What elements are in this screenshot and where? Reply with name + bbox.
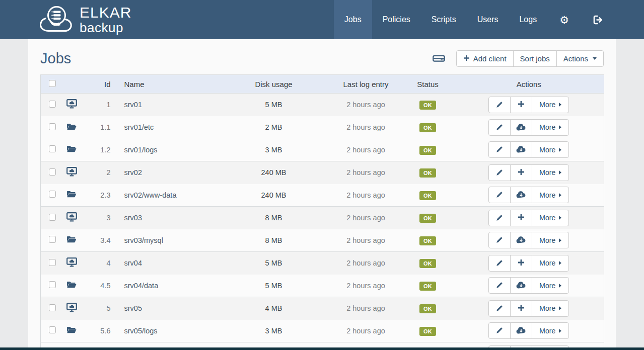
actions-dropdown-button[interactable]: Actions bbox=[556, 50, 604, 67]
job-name-link[interactable]: srv03/mysql bbox=[124, 236, 163, 244]
row-checkbox[interactable] bbox=[49, 191, 56, 198]
caret-right-icon bbox=[559, 284, 561, 288]
row-id: 5 bbox=[90, 297, 118, 320]
row-actions-group: More bbox=[488, 322, 569, 339]
more-button[interactable]: More bbox=[532, 97, 569, 113]
caret-right-icon bbox=[559, 125, 561, 129]
edit-button[interactable] bbox=[488, 164, 511, 181]
open-folder-icon bbox=[66, 124, 77, 132]
row-last-log-entry: 2 hours ago bbox=[330, 161, 402, 184]
pencil-icon bbox=[496, 214, 504, 222]
more-button[interactable]: More bbox=[532, 232, 569, 248]
job-name-link[interactable]: srv05/logs bbox=[124, 327, 158, 335]
add-client-button[interactable]: Add client bbox=[456, 50, 514, 67]
pencil-icon bbox=[496, 326, 504, 335]
brand-logo[interactable]: ELKAR backup bbox=[28, 0, 131, 39]
caret-right-icon bbox=[559, 238, 561, 242]
header-name: Name bbox=[118, 75, 218, 94]
add-job-button[interactable] bbox=[510, 255, 532, 272]
row-checkbox[interactable] bbox=[49, 145, 56, 152]
restore-button[interactable] bbox=[510, 141, 532, 158]
restore-button[interactable] bbox=[510, 119, 532, 136]
row-checkbox[interactable] bbox=[49, 236, 56, 243]
more-button[interactable]: More bbox=[532, 141, 569, 158]
row-last-log-entry: 2 hours ago bbox=[330, 116, 402, 139]
table-row: 2.3 srv02/www-data 240 MB 2 hours ago OK bbox=[41, 184, 604, 207]
edit-button[interactable] bbox=[488, 97, 511, 113]
edit-button[interactable] bbox=[488, 187, 511, 203]
status-badge: OK bbox=[419, 236, 436, 245]
row-id: 1.2 bbox=[90, 139, 118, 161]
edit-button[interactable] bbox=[488, 210, 511, 226]
edit-button[interactable] bbox=[488, 322, 511, 339]
edit-button[interactable] bbox=[488, 277, 511, 294]
caret-right-icon bbox=[559, 216, 561, 220]
edit-button[interactable] bbox=[488, 255, 511, 272]
more-button[interactable]: More bbox=[532, 322, 569, 339]
hard-drive-icon[interactable] bbox=[433, 53, 445, 64]
select-all-checkbox[interactable] bbox=[49, 80, 56, 87]
toolbar: Add client Sort jobs Actions bbox=[433, 50, 604, 67]
edit-button[interactable] bbox=[488, 119, 511, 136]
edit-button[interactable] bbox=[488, 141, 511, 158]
row-actions-group: More bbox=[488, 232, 569, 248]
pencil-icon bbox=[496, 145, 504, 154]
add-job-button[interactable] bbox=[510, 97, 532, 113]
row-checkbox[interactable] bbox=[49, 214, 56, 221]
nav-item-scripts[interactable]: Scripts bbox=[421, 0, 467, 39]
restore-button[interactable] bbox=[510, 232, 532, 248]
job-name-link[interactable]: srv04/data bbox=[124, 282, 159, 290]
more-button[interactable]: More bbox=[532, 164, 569, 181]
nav-item-jobs[interactable]: Jobs bbox=[334, 0, 372, 39]
cloud-download-icon bbox=[516, 236, 526, 244]
row-checkbox[interactable] bbox=[49, 101, 56, 108]
job-name-link[interactable]: srv01/etc bbox=[124, 123, 154, 131]
more-button[interactable]: More bbox=[532, 277, 569, 294]
restore-button[interactable] bbox=[510, 187, 532, 203]
table-header: Id Name Disk usage Last log entry Status… bbox=[41, 75, 604, 94]
job-name-link[interactable]: srv02/www-data bbox=[124, 191, 177, 199]
more-button[interactable]: More bbox=[532, 255, 569, 272]
toolbar-button-group: Add client Sort jobs Actions bbox=[456, 50, 604, 67]
settings-gear-icon[interactable]: ⚙ bbox=[547, 0, 581, 39]
restore-button[interactable] bbox=[510, 322, 532, 339]
more-button[interactable]: More bbox=[532, 210, 569, 226]
add-job-button[interactable] bbox=[510, 210, 532, 226]
nav-item-policies[interactable]: Policies bbox=[372, 0, 421, 39]
row-checkbox[interactable] bbox=[49, 304, 56, 311]
edit-button[interactable] bbox=[488, 232, 511, 248]
nav-item-logs[interactable]: Logs bbox=[509, 0, 547, 39]
row-actions-group: More bbox=[488, 119, 569, 136]
add-job-button[interactable] bbox=[510, 164, 532, 181]
open-folder-icon bbox=[66, 282, 77, 290]
logout-sign-out-icon[interactable] bbox=[581, 0, 616, 39]
edit-button[interactable] bbox=[488, 300, 511, 317]
table-row: 5.6 srv05/logs 3 MB 2 hours ago OK bbox=[41, 320, 604, 342]
row-checkbox[interactable] bbox=[49, 281, 56, 288]
row-checkbox[interactable] bbox=[49, 123, 56, 130]
row-disk-usage: 5 MB bbox=[218, 94, 330, 116]
more-button[interactable]: More bbox=[532, 187, 569, 203]
nav-item-users[interactable]: Users bbox=[467, 0, 509, 39]
row-disk-usage: 5 MB bbox=[218, 275, 330, 297]
sort-jobs-button[interactable]: Sort jobs bbox=[513, 50, 557, 67]
row-checkbox[interactable] bbox=[49, 259, 56, 266]
job-name-link[interactable]: srv01 bbox=[124, 101, 142, 109]
job-name-link[interactable]: srv04 bbox=[124, 259, 142, 267]
job-name-link[interactable]: srv03 bbox=[124, 214, 142, 222]
caret-right-icon bbox=[559, 193, 561, 197]
bottom-dark-bar bbox=[0, 347, 644, 350]
job-name-link[interactable]: srv01/logs bbox=[124, 146, 158, 154]
row-checkbox[interactable] bbox=[49, 326, 56, 333]
table-row: 5 srv05 4 MB 2 hours ago OK bbox=[41, 297, 604, 320]
add-job-button[interactable] bbox=[510, 300, 532, 317]
open-folder-icon bbox=[66, 192, 77, 200]
row-id: 5.6 bbox=[90, 320, 118, 342]
row-last-log-entry: 2 hours ago bbox=[330, 275, 402, 297]
more-button[interactable]: More bbox=[532, 119, 569, 136]
job-name-link[interactable]: srv05 bbox=[124, 304, 142, 312]
more-button[interactable]: More bbox=[532, 300, 569, 317]
job-name-link[interactable]: srv02 bbox=[124, 168, 142, 177]
row-checkbox[interactable] bbox=[49, 168, 56, 176]
restore-button[interactable] bbox=[510, 277, 532, 294]
